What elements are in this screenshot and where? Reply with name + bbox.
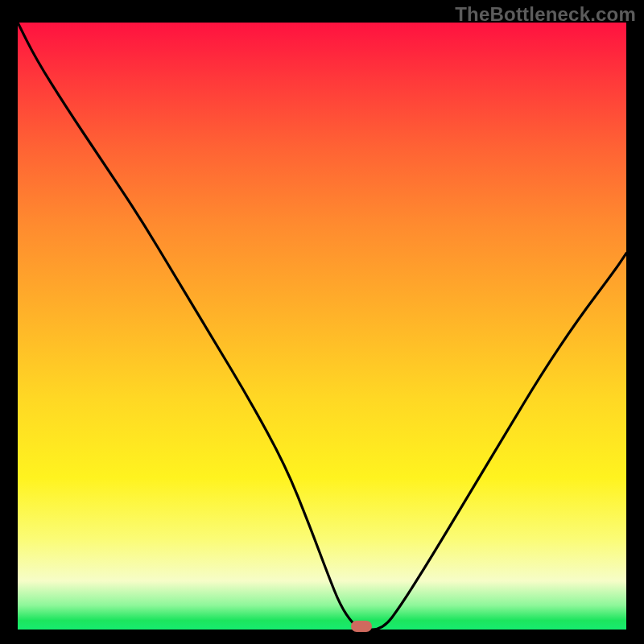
bottleneck-curve [18, 23, 626, 630]
chart-frame: TheBottleneck.com [0, 0, 644, 644]
optimum-marker [351, 621, 372, 632]
watermark-text: TheBottleneck.com [455, 3, 636, 26]
curve-layer [18, 23, 626, 630]
